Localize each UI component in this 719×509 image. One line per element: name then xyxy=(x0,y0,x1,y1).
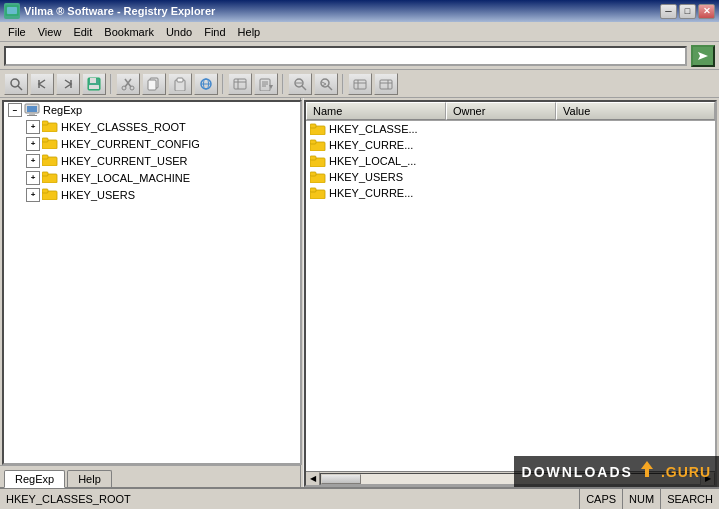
tree-item-current-config[interactable]: + HKEY_CURRENT_CONFIG xyxy=(4,135,300,152)
restore-button[interactable]: □ xyxy=(679,4,696,19)
scroll-left-arrow[interactable]: ◀ xyxy=(306,472,320,486)
tree-label-classes-root: HKEY_CLASSES_ROOT xyxy=(61,121,186,133)
toolbar-web-button[interactable] xyxy=(194,73,218,95)
tree-item-root[interactable]: − RegExp xyxy=(4,102,300,118)
menu-edit[interactable]: Edit xyxy=(67,24,98,40)
svg-rect-19 xyxy=(234,79,246,89)
tree-item-local-machine[interactable]: + HKEY_LOCAL_MACHINE xyxy=(4,169,300,186)
minimize-button[interactable]: ─ xyxy=(660,4,677,19)
col-header-name[interactable]: Name xyxy=(306,102,446,120)
forward-icon xyxy=(61,77,75,91)
find-icon xyxy=(293,77,307,91)
svg-rect-1 xyxy=(7,7,17,14)
toolbar-btn5[interactable] xyxy=(228,73,252,95)
expand-current-user[interactable]: + xyxy=(26,154,40,168)
toolbar-separator-3 xyxy=(282,74,284,94)
globe-icon xyxy=(199,77,213,91)
svg-rect-51 xyxy=(42,189,48,193)
tree-item-current-user[interactable]: + HKEY_CURRENT_USER xyxy=(4,152,300,169)
expand-root[interactable]: − xyxy=(8,103,22,117)
svg-rect-40 xyxy=(29,113,35,115)
list-body: HKEY_CLASSE... HKEY_CURRE... xyxy=(306,121,715,471)
copy-icon xyxy=(147,77,161,91)
folder-icon-local-machine xyxy=(42,170,58,185)
list-item[interactable]: HKEY_CURRE... xyxy=(306,185,715,201)
find-next-icon xyxy=(319,77,333,91)
toolbar-find-next-button[interactable] xyxy=(314,73,338,95)
toolbar-search-button[interactable] xyxy=(4,73,28,95)
app-icon xyxy=(4,3,20,19)
svg-rect-13 xyxy=(148,80,156,90)
toolbar-back-button[interactable] xyxy=(30,73,54,95)
svg-rect-32 xyxy=(354,80,366,89)
toolbar-separator-2 xyxy=(222,74,224,94)
list-item-name: HKEY_CLASSE... xyxy=(306,122,446,135)
menu-undo[interactable]: Undo xyxy=(160,24,198,40)
toolbar-copy-button[interactable] xyxy=(142,73,166,95)
expand-local-machine[interactable]: + xyxy=(26,171,40,185)
svg-rect-39 xyxy=(27,106,37,112)
toolbar-separator-4 xyxy=(342,74,344,94)
search-bar xyxy=(0,42,719,70)
svg-rect-59 xyxy=(310,172,316,176)
list-item[interactable]: HKEY_USERS xyxy=(306,169,715,185)
export-icon xyxy=(259,77,273,91)
toolbar-forward-button[interactable] xyxy=(56,73,80,95)
watermark-domain: .GURU xyxy=(661,464,711,480)
toolbar-find-button[interactable] xyxy=(288,73,312,95)
list-item[interactable]: HKEY_CLASSE... xyxy=(306,121,715,137)
col-header-value[interactable]: Value xyxy=(556,102,715,120)
list-folder-icon xyxy=(310,186,326,199)
folder-icon-classes-root xyxy=(42,119,58,134)
tree-panel[interactable]: − RegExp + xyxy=(2,100,302,465)
list-folder-icon xyxy=(310,154,326,167)
svg-rect-41 xyxy=(27,115,37,116)
toolbar-btn6[interactable] xyxy=(254,73,278,95)
search-go-button[interactable] xyxy=(691,45,715,67)
toolbar-cut-button[interactable] xyxy=(116,73,140,95)
svg-rect-22 xyxy=(260,79,270,91)
menu-help[interactable]: Help xyxy=(232,24,267,40)
go-icon xyxy=(696,50,710,62)
tree-root-label: RegExp xyxy=(43,104,82,116)
svg-point-11 xyxy=(130,86,134,90)
list-folder-icon xyxy=(310,138,326,151)
svg-line-31 xyxy=(328,86,332,90)
list-item[interactable]: HKEY_CURRE... xyxy=(306,137,715,153)
computer-icon xyxy=(24,103,40,117)
tree-item-users[interactable]: + HKEY_USERS xyxy=(4,186,300,203)
toolbar-save-button[interactable] xyxy=(82,73,106,95)
tree-label-current-user: HKEY_CURRENT_USER xyxy=(61,155,188,167)
paste-icon xyxy=(173,77,187,91)
window-controls: ─ □ ✕ xyxy=(660,4,715,19)
menu-view[interactable]: View xyxy=(32,24,68,40)
tab-regexp[interactable]: RegExp xyxy=(4,470,65,488)
col-header-owner[interactable]: Owner xyxy=(446,102,556,120)
list-item[interactable]: HKEY_LOCAL_... xyxy=(306,153,715,169)
menu-find[interactable]: Find xyxy=(198,24,231,40)
expand-current-config[interactable]: + xyxy=(26,137,40,151)
expand-classes-root[interactable]: + xyxy=(26,120,40,134)
toolbar-props-button[interactable] xyxy=(374,73,398,95)
list-folder-icon xyxy=(310,122,326,135)
tab-help[interactable]: Help xyxy=(67,470,112,487)
window-title: Vilma ® Software - Registry Explorer xyxy=(24,5,215,17)
svg-rect-6 xyxy=(90,78,96,83)
menu-file[interactable]: File xyxy=(2,24,32,40)
folder-icon-current-config xyxy=(42,136,58,151)
svg-marker-62 xyxy=(641,461,653,477)
svg-point-10 xyxy=(122,86,126,90)
toolbar-info-button[interactable] xyxy=(348,73,372,95)
scroll-thumb[interactable] xyxy=(321,474,361,484)
svg-rect-43 xyxy=(42,121,48,125)
list-item-name: HKEY_USERS xyxy=(306,170,446,183)
svg-rect-61 xyxy=(310,188,316,192)
close-button[interactable]: ✕ xyxy=(698,4,715,19)
menu-bookmark[interactable]: Bookmark xyxy=(98,24,160,40)
expand-users[interactable]: + xyxy=(26,188,40,202)
list-folder-icon xyxy=(310,170,326,183)
tree-item-classes-root[interactable]: + HKEY_CLASSES_ROOT xyxy=(4,118,300,135)
toolbar-paste-button[interactable] xyxy=(168,73,192,95)
search-input[interactable] xyxy=(4,46,687,66)
svg-rect-55 xyxy=(310,140,316,144)
